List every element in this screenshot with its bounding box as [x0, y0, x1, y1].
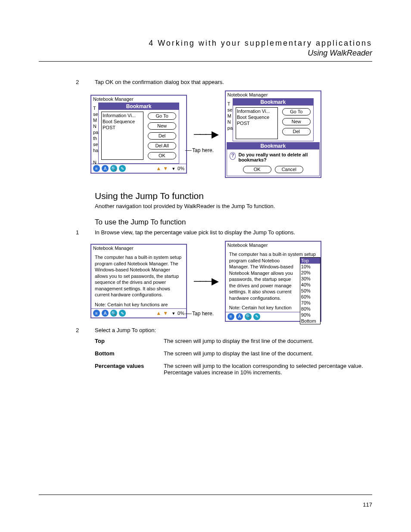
bg-text: pa	[93, 129, 98, 135]
step-text: Tap OK on the confirmation dialog box th…	[95, 79, 224, 85]
option-desc: The screen will jump to display the last…	[164, 350, 371, 357]
search-icon[interactable]: 🔍	[110, 165, 117, 172]
bg-text: se	[227, 107, 233, 113]
doc-text: The computer has a built-in system setup…	[95, 254, 183, 298]
delall-button[interactable]: Del All	[148, 142, 176, 149]
step-1b: 1 In Browse view, tap the percentage val…	[95, 229, 371, 236]
jump-option[interactable]: 20%	[300, 270, 320, 276]
list-item[interactable]: Boot Sequence	[103, 118, 142, 124]
bg-text: N	[93, 123, 97, 129]
step-2a: 2 Tap OK on the confirmation dialog box …	[95, 79, 371, 85]
doc-text: Note: Certain hot key functions are	[95, 302, 183, 308]
jump-option[interactable]: 40%	[300, 282, 320, 288]
percent-picker[interactable]: 0%	[177, 311, 184, 316]
del-button[interactable]: Del	[148, 132, 176, 140]
footer-rule	[39, 495, 372, 495]
list-icon[interactable]: ≡	[93, 310, 100, 317]
confirm-dialog: ? Do you really want to delete all bookm…	[227, 149, 319, 165]
step-2b: 2 Select a Jump To option:	[95, 327, 371, 333]
bg-text: T	[93, 105, 96, 111]
pda-title: Notebook Manager	[91, 96, 186, 103]
list-item[interactable]: Boot Sequence	[237, 114, 277, 120]
bookmark-list[interactable]: Information Vi... Boot Sequence POST	[236, 107, 278, 139]
list-item[interactable]: Information Vi...	[103, 112, 142, 118]
list-item[interactable]: POST	[103, 124, 142, 131]
bg-text: N	[93, 159, 97, 165]
scroll-down-icon[interactable]: ▼	[163, 310, 168, 316]
option-term: Top	[95, 338, 164, 344]
jump-intro: Another navigation tool provided by Walk…	[95, 203, 371, 209]
font-icon[interactable]: A	[102, 165, 109, 172]
arrow-icon: ───▶	[194, 129, 218, 140]
pda-bookmark-confirm: Notebook Manager Bookmark Information Vi…	[225, 90, 321, 178]
jump-option[interactable]: 50%	[300, 288, 320, 294]
heading-jump-howto: To use the Jump To function	[95, 218, 371, 227]
scroll-up-icon[interactable]: ▲	[156, 165, 161, 171]
confirm-text: Do you really want to delete all bookmar…	[238, 152, 316, 162]
step-text: In Browse view, tap the percentage value…	[95, 229, 295, 236]
confirm-cancel-button[interactable]: Cancel	[275, 166, 303, 173]
pen-icon[interactable]: ✎	[119, 165, 126, 172]
pda-title: Notebook Manager	[226, 91, 321, 98]
bg-text: N	[227, 119, 231, 125]
confirm-ok-button[interactable]: OK	[243, 166, 271, 173]
list-icon[interactable]: ≡	[93, 165, 100, 172]
caption-tap-here: ── Tap here.	[185, 311, 214, 317]
pen-icon[interactable]: ✎	[119, 310, 126, 317]
pda-browse-before: Notebook Manager The computer has a buil…	[90, 244, 187, 318]
question-icon: ?	[230, 152, 236, 160]
list-icon[interactable]: ≡	[227, 313, 234, 320]
page-header: 4 Working with your supplementary applic…	[39, 39, 372, 58]
goto-button[interactable]: Go To	[148, 112, 176, 120]
jump-option-bottom[interactable]: Bottom	[300, 318, 320, 324]
list-item[interactable]: Information Vi...	[237, 108, 277, 114]
jump-to-menu[interactable]: Top 10% 20% 30% 40% 50% 60% 70% 80% 90% …	[300, 257, 321, 324]
bg-text: se	[93, 111, 98, 117]
pda-toolbar: ≡ A 🔍 ✎ ▲ ▼ ▾ 0%	[91, 308, 186, 317]
search-icon[interactable]: 🔍	[110, 310, 117, 317]
bookmark-list[interactable]: Information Vi... Boot Sequence POST	[101, 112, 143, 160]
jump-option[interactable]: 90%	[300, 312, 320, 318]
pda-browse-jump-menu: Notebook Manager The computer has a buil…	[225, 241, 321, 322]
jump-option[interactable]: 80%	[300, 306, 320, 312]
del-button[interactable]: Del	[282, 128, 311, 135]
new-button[interactable]: New	[148, 122, 176, 130]
font-icon[interactable]: A	[236, 313, 243, 320]
option-top: Top The screen will jump to display the …	[95, 338, 371, 344]
bg-text: th	[93, 135, 97, 141]
search-icon[interactable]: 🔍	[245, 313, 252, 320]
goto-button[interactable]: Go To	[282, 108, 311, 115]
jump-option-top[interactable]: Top	[300, 258, 320, 264]
bg-text: T	[227, 101, 230, 107]
figure-jump-flow: Notebook Manager The computer has a buil…	[90, 241, 371, 322]
caption-tap-here: ── Tap here.	[185, 147, 214, 153]
pda-title: Notebook Manager	[91, 245, 186, 252]
option-term: Bottom	[95, 350, 164, 357]
bg-text: pa	[227, 125, 233, 131]
option-percentage: Percentage values The screen will jump t…	[95, 363, 371, 376]
bg-text: M	[227, 113, 231, 119]
page-number: 117	[363, 501, 372, 508]
jump-option[interactable]: 60%	[300, 294, 320, 300]
pda-toolbar: ≡ A 🔍 ✎ ▲ ▼ ▾ 0%	[91, 164, 186, 173]
step-number: 2	[76, 79, 95, 85]
heading-jump-to: Using the Jump To function	[95, 191, 371, 201]
header-rule	[39, 61, 372, 62]
bg-text: se	[93, 141, 98, 147]
bg-text: M	[93, 117, 97, 123]
jump-option[interactable]: 10%	[300, 264, 320, 270]
step-text: Select a Jump To option:	[95, 327, 156, 333]
ok-button[interactable]: OK	[148, 152, 176, 159]
font-icon[interactable]: A	[102, 310, 109, 317]
new-button[interactable]: New	[282, 118, 311, 125]
percent-picker[interactable]: 0%	[177, 166, 184, 171]
pen-icon[interactable]: ✎	[253, 313, 260, 320]
jump-option[interactable]: 30%	[300, 276, 320, 282]
jump-option[interactable]: 70%	[300, 300, 320, 306]
option-desc: The screen will jump to the location cor…	[164, 363, 371, 376]
list-item[interactable]: POST	[237, 120, 277, 126]
scroll-down-icon[interactable]: ▼	[163, 165, 168, 171]
scroll-up-icon[interactable]: ▲	[156, 310, 161, 316]
figure-bookmark-flow: Notebook Manager Bookmark Information Vi…	[90, 90, 371, 178]
section-subtitle: Using WalkReader	[39, 49, 372, 58]
